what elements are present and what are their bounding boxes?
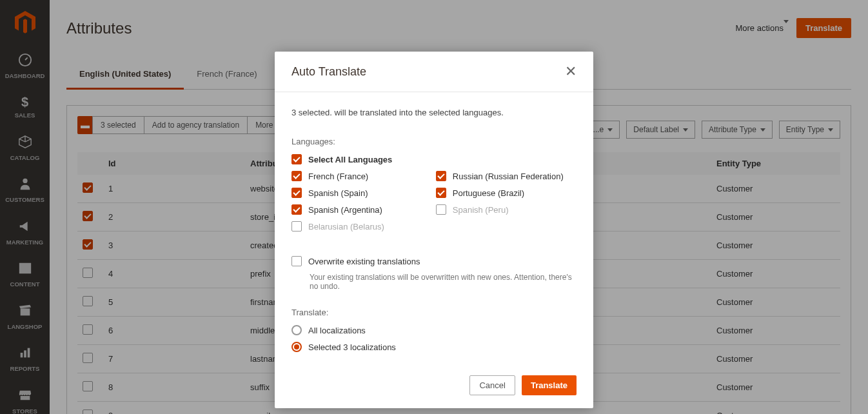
language-grid: French (France)Spanish (Spain)Spanish (A…: [291, 171, 577, 238]
language-label: Spanish (Spain): [308, 188, 368, 198]
language-option[interactable]: French (France): [291, 171, 384, 181]
language-option: Spanish (Peru): [436, 204, 564, 215]
language-option[interactable]: Russian (Russian Federation): [436, 171, 564, 181]
auto-translate-modal: Auto Translate ✕ 3 selected. will be tra…: [275, 52, 593, 408]
close-button[interactable]: ✕: [565, 63, 577, 80]
language-label: Belarusian (Belarus): [308, 222, 384, 232]
modal-body: 3 selected. will be translated into the …: [275, 92, 593, 365]
language-checkbox[interactable]: [291, 188, 302, 198]
language-label: Spanish (Argentina): [308, 205, 382, 215]
language-checkbox[interactable]: [436, 171, 446, 181]
language-checkbox: [291, 221, 302, 232]
language-label: Russian (Russian Federation): [453, 172, 564, 181]
language-checkbox[interactable]: [436, 188, 446, 198]
select-all-checkbox[interactable]: [291, 154, 302, 164]
radio-all-label: All localizations: [308, 326, 366, 335]
translate-section-label: Translate:: [291, 308, 577, 317]
overwrite-note: Your existing translations will be overw…: [310, 273, 577, 291]
language-checkbox[interactable]: [291, 171, 302, 181]
language-option[interactable]: Spanish (Spain): [291, 188, 384, 198]
translate-radio-group: All localizations Selected 3 localizatio…: [291, 325, 577, 352]
modal-translate-button[interactable]: Translate: [522, 375, 577, 395]
language-label: Portuguese (Brazil): [453, 188, 524, 198]
languages-label: Languages:: [291, 137, 577, 146]
select-all-row[interactable]: Select All Languages: [291, 154, 577, 164]
radio-selected-label: Selected 3 localizations: [308, 342, 396, 352]
modal-footer: Cancel Translate: [275, 365, 593, 408]
modal-title: Auto Translate: [291, 65, 366, 79]
select-all-label: Select All Languages: [308, 155, 392, 164]
cancel-button[interactable]: Cancel: [469, 375, 515, 395]
language-option[interactable]: Portuguese (Brazil): [436, 188, 564, 198]
modal-header: Auto Translate ✕: [275, 52, 593, 92]
radio-selected[interactable]: [291, 342, 302, 352]
overwrite-label: Overwrite existing translations: [308, 257, 420, 266]
overwrite-row[interactable]: Overwrite existing translations: [291, 256, 577, 266]
language-option[interactable]: Spanish (Argentina): [291, 204, 384, 215]
radio-all-row[interactable]: All localizations: [291, 325, 577, 335]
modal-message: 3 selected. will be translated into the …: [291, 108, 577, 117]
language-checkbox: [436, 204, 446, 215]
language-label: French (France): [308, 172, 368, 181]
language-option: Belarusian (Belarus): [291, 221, 384, 232]
language-checkbox[interactable]: [291, 204, 302, 215]
radio-all[interactable]: [291, 325, 302, 335]
radio-selected-row[interactable]: Selected 3 localizations: [291, 342, 577, 352]
language-label: Spanish (Peru): [453, 205, 509, 215]
overwrite-checkbox[interactable]: [291, 256, 302, 266]
